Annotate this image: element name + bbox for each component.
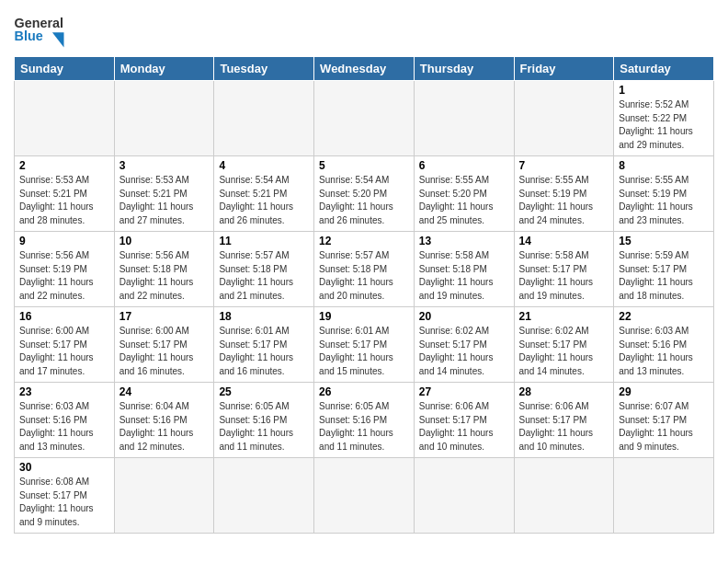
day-cell: 25Sunrise: 6:05 AMSunset: 5:16 PMDayligh…: [214, 383, 314, 458]
sunset-text: Sunset: 5:17 PM: [519, 263, 609, 277]
day-info: Sunrise: 6:06 AMSunset: 5:17 PMDaylight:…: [419, 400, 509, 454]
sunset-text: Sunset: 5:19 PM: [519, 188, 609, 201]
sunset-text: Sunset: 5:19 PM: [19, 263, 109, 277]
day-info: Sunrise: 5:56 AMSunset: 5:19 PMDaylight:…: [19, 249, 109, 303]
day-info: Sunrise: 6:02 AMSunset: 5:17 PMDaylight:…: [419, 325, 509, 378]
daylight-text: Daylight: 11 hours and 11 minutes.: [219, 427, 309, 454]
sunset-text: Sunset: 5:17 PM: [619, 414, 709, 428]
sunset-text: Sunset: 5:16 PM: [119, 414, 210, 428]
day-number: 3: [119, 159, 210, 172]
daylight-text: Daylight: 11 hours and 21 minutes.: [219, 276, 309, 303]
day-cell: [314, 458, 415, 534]
weekday-sunday: Sunday: [15, 57, 115, 81]
sunset-text: Sunset: 5:17 PM: [119, 339, 210, 352]
calendar: SundayMondayTuesdayWednesdayThursdayFrid…: [14, 56, 714, 534]
day-cell: [614, 458, 714, 534]
week-row-6: 30Sunrise: 6:08 AMSunset: 5:17 PMDayligh…: [15, 458, 714, 534]
day-cell: 12Sunrise: 5:57 AMSunset: 5:18 PMDayligh…: [314, 232, 415, 307]
sunrise-text: Sunrise: 6:04 AM: [119, 400, 210, 414]
day-number: 27: [419, 385, 509, 398]
weekday-header-row: SundayMondayTuesdayWednesdayThursdayFrid…: [15, 57, 714, 81]
daylight-text: Daylight: 11 hours and 20 minutes.: [319, 276, 409, 303]
day-number: 8: [619, 159, 709, 172]
day-cell: 6Sunrise: 5:55 AMSunset: 5:20 PMDaylight…: [414, 156, 514, 232]
day-cell: [214, 458, 314, 534]
day-info: Sunrise: 5:57 AMSunset: 5:18 PMDaylight:…: [219, 249, 309, 303]
sunrise-text: Sunrise: 6:01 AM: [219, 325, 309, 339]
sunset-text: Sunset: 5:17 PM: [19, 489, 109, 503]
sunrise-text: Sunrise: 6:07 AM: [619, 400, 709, 414]
sunrise-text: Sunrise: 5:55 AM: [419, 174, 509, 188]
day-info: Sunrise: 5:54 AMSunset: 5:21 PMDaylight:…: [219, 174, 309, 227]
day-info: Sunrise: 6:01 AMSunset: 5:17 PMDaylight:…: [319, 325, 409, 378]
daylight-text: Daylight: 11 hours and 11 minutes.: [319, 427, 409, 454]
day-cell: 19Sunrise: 6:01 AMSunset: 5:17 PMDayligh…: [314, 307, 415, 383]
daylight-text: Daylight: 11 hours and 9 minutes.: [19, 502, 109, 529]
day-info: Sunrise: 5:55 AMSunset: 5:20 PMDaylight:…: [419, 174, 509, 227]
day-info: Sunrise: 5:58 AMSunset: 5:17 PMDaylight:…: [519, 249, 609, 303]
sunrise-text: Sunrise: 6:06 AM: [419, 400, 509, 414]
day-number: 13: [419, 235, 509, 247]
day-number: 11: [219, 235, 309, 247]
day-info: Sunrise: 6:03 AMSunset: 5:16 PMDaylight:…: [619, 325, 709, 378]
day-cell: [114, 81, 214, 156]
day-number: 26: [319, 385, 409, 398]
day-cell: 17Sunrise: 6:00 AMSunset: 5:17 PMDayligh…: [114, 307, 214, 383]
day-number: 28: [519, 385, 609, 398]
day-cell: 23Sunrise: 6:03 AMSunset: 5:16 PMDayligh…: [15, 383, 115, 458]
sunset-text: Sunset: 5:16 PM: [219, 414, 309, 428]
daylight-text: Daylight: 11 hours and 22 minutes.: [19, 276, 109, 303]
sunrise-text: Sunrise: 5:58 AM: [519, 249, 609, 263]
daylight-text: Daylight: 11 hours and 22 minutes.: [119, 276, 210, 303]
sunset-text: Sunset: 5:17 PM: [419, 414, 509, 428]
daylight-text: Daylight: 11 hours and 13 minutes.: [19, 427, 109, 454]
day-cell: 21Sunrise: 6:02 AMSunset: 5:17 PMDayligh…: [514, 307, 614, 383]
day-info: Sunrise: 5:53 AMSunset: 5:21 PMDaylight:…: [119, 174, 210, 227]
sunset-text: Sunset: 5:18 PM: [119, 263, 210, 277]
day-cell: 30Sunrise: 6:08 AMSunset: 5:17 PMDayligh…: [15, 458, 115, 534]
daylight-text: Daylight: 11 hours and 19 minutes.: [519, 276, 609, 303]
sunset-text: Sunset: 5:16 PM: [619, 339, 709, 352]
day-info: Sunrise: 6:08 AMSunset: 5:17 PMDaylight:…: [19, 476, 109, 529]
sunrise-text: Sunrise: 6:06 AM: [519, 400, 609, 414]
weekday-wednesday: Wednesday: [314, 57, 415, 81]
sunrise-text: Sunrise: 5:56 AM: [119, 249, 210, 263]
daylight-text: Daylight: 11 hours and 26 minutes.: [219, 201, 309, 227]
sunset-text: Sunset: 5:20 PM: [319, 188, 409, 201]
daylight-text: Daylight: 11 hours and 17 minutes.: [19, 351, 109, 378]
day-info: Sunrise: 5:55 AMSunset: 5:19 PMDaylight:…: [619, 174, 709, 227]
sunset-text: Sunset: 5:22 PM: [619, 112, 709, 126]
sunset-text: Sunset: 5:17 PM: [419, 339, 509, 352]
day-cell: [114, 458, 214, 534]
daylight-text: Daylight: 11 hours and 14 minutes.: [419, 351, 509, 378]
weekday-friday: Friday: [514, 57, 614, 81]
daylight-text: Daylight: 11 hours and 9 minutes.: [619, 427, 709, 454]
sunrise-text: Sunrise: 5:57 AM: [219, 249, 309, 263]
sunrise-text: Sunrise: 6:00 AM: [119, 325, 210, 339]
weekday-saturday: Saturday: [614, 57, 714, 81]
day-number: 12: [319, 235, 409, 247]
day-info: Sunrise: 5:53 AMSunset: 5:21 PMDaylight:…: [19, 174, 109, 227]
day-info: Sunrise: 5:59 AMSunset: 5:17 PMDaylight:…: [619, 249, 709, 303]
weekday-thursday: Thursday: [414, 57, 514, 81]
day-cell: 7Sunrise: 5:55 AMSunset: 5:19 PMDaylight…: [514, 156, 614, 232]
sunrise-text: Sunrise: 6:01 AM: [319, 325, 409, 339]
daylight-text: Daylight: 11 hours and 23 minutes.: [619, 201, 709, 227]
week-row-1: 1Sunrise: 5:52 AMSunset: 5:22 PMDaylight…: [15, 81, 714, 156]
day-cell: 1Sunrise: 5:52 AMSunset: 5:22 PMDaylight…: [614, 81, 714, 156]
daylight-text: Daylight: 11 hours and 24 minutes.: [519, 201, 609, 227]
day-cell: 16Sunrise: 6:00 AMSunset: 5:17 PMDayligh…: [15, 307, 115, 383]
week-row-3: 9Sunrise: 5:56 AMSunset: 5:19 PMDaylight…: [15, 232, 714, 307]
sunrise-text: Sunrise: 5:59 AM: [619, 249, 709, 263]
sunrise-text: Sunrise: 5:54 AM: [319, 174, 409, 188]
sunset-text: Sunset: 5:17 PM: [519, 414, 609, 428]
day-number: 24: [119, 385, 210, 398]
day-number: 17: [119, 310, 210, 323]
day-number: 20: [419, 310, 509, 323]
sunset-text: Sunset: 5:17 PM: [519, 339, 609, 352]
sunrise-text: Sunrise: 5:55 AM: [619, 174, 709, 188]
daylight-text: Daylight: 11 hours and 16 minutes.: [219, 351, 309, 378]
sunset-text: Sunset: 5:17 PM: [319, 339, 409, 352]
sunset-text: Sunset: 5:17 PM: [619, 263, 709, 277]
day-number: 22: [619, 310, 709, 323]
